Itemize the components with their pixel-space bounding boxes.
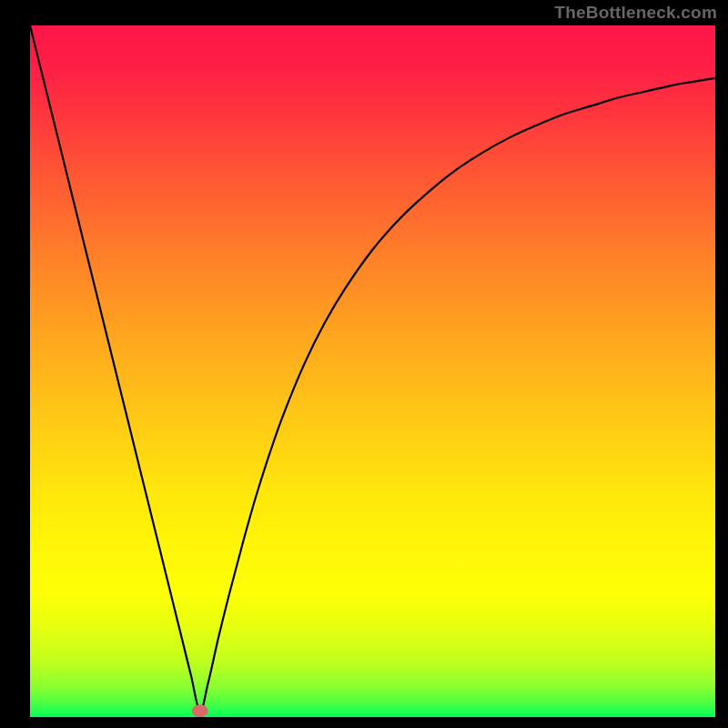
gradient-background [30, 25, 715, 717]
chart-frame: TheBottleneck.com [0, 0, 728, 728]
attribution-label: TheBottleneck.com [554, 3, 717, 23]
minimum-marker [192, 704, 208, 717]
bottleneck-chart [30, 25, 715, 717]
